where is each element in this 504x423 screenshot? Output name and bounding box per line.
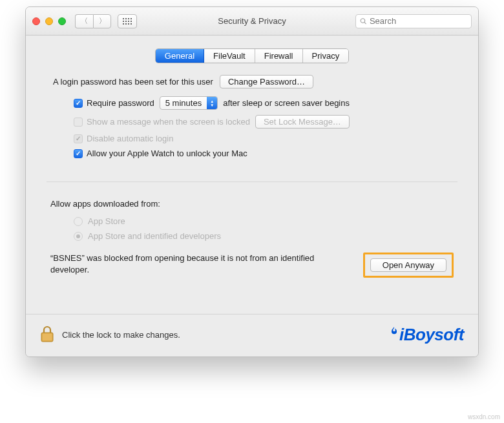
login-password-section: A login password has been set for this u… (44, 75, 460, 181)
divider (47, 181, 457, 182)
tab-firewall[interactable]: Firewall (255, 49, 303, 63)
search-field[interactable] (355, 14, 472, 28)
radio-identified-developers-label: App Store and identified developers (88, 231, 221, 241)
chevron-left-icon: 〈 (81, 16, 88, 26)
traffic-lights (32, 17, 66, 25)
tab-bar: General FileVault Firewall Privacy (44, 48, 460, 63)
gatekeeper-heading: Allow apps downloaded from: (50, 199, 454, 209)
set-lock-message-button: Set Lock Message… (255, 115, 350, 129)
tab-privacy[interactable]: Privacy (303, 49, 349, 63)
lock-message: Click the lock to make changes. (62, 330, 180, 340)
lock-icon (40, 325, 54, 343)
content: General FileVault Firewall Privacy A log… (26, 36, 478, 314)
lock-button[interactable] (40, 325, 54, 345)
footer: Click the lock to make changes. iBoysoft (26, 314, 478, 356)
search-input[interactable] (370, 16, 467, 26)
nav-buttons: 〈 〉 (75, 14, 111, 28)
require-password-label: Require password (87, 98, 154, 108)
require-password-checkbox[interactable]: ✓ (74, 99, 83, 108)
svg-rect-0 (43, 334, 52, 341)
forward-button[interactable]: 〉 (93, 14, 111, 28)
open-anyway-highlight: Open Anyway (363, 253, 454, 278)
grid-icon (123, 18, 132, 25)
radio-app-store (74, 217, 83, 226)
tab-filevault[interactable]: FileVault (204, 49, 255, 63)
login-password-label: A login password has been set for this u… (53, 77, 213, 87)
show-message-checkbox (74, 118, 83, 127)
change-password-button[interactable]: Change Password… (220, 75, 313, 88)
open-anyway-button[interactable]: Open Anyway (370, 258, 446, 272)
minimize-icon[interactable] (45, 17, 53, 25)
show-all-button[interactable] (118, 14, 137, 28)
titlebar: 〈 〉 Security & Privacy (26, 7, 478, 36)
tab-general[interactable]: General (156, 49, 204, 63)
radio-identified-developers (74, 232, 83, 241)
gatekeeper-section: Allow apps downloaded from: App Store Ap… (44, 199, 460, 283)
chevron-right-icon: 〉 (99, 16, 106, 26)
apple-watch-checkbox[interactable]: ✓ (74, 149, 83, 158)
require-password-delay-value: 5 minutes (160, 98, 207, 108)
disable-auto-login-label: Disable automatic login (87, 134, 173, 143)
show-message-label: Show a message when the screen is locked (87, 117, 250, 127)
preferences-window: 〈 〉 Security & Privacy General FileVault (25, 6, 479, 357)
disable-auto-login-checkbox: ✓ (74, 134, 83, 143)
blocked-app-message: “BSNES” was blocked from opening because… (50, 253, 355, 275)
radio-app-store-label: App Store (88, 216, 125, 226)
close-icon[interactable] (32, 17, 40, 25)
zoom-icon[interactable] (58, 17, 66, 25)
back-button[interactable]: 〈 (75, 14, 93, 28)
require-password-suffix: after sleep or screen saver begins (223, 98, 350, 108)
select-arrows-icon: ▲▼ (207, 97, 217, 109)
require-password-delay-select[interactable]: 5 minutes ▲▼ (160, 96, 218, 110)
search-icon (360, 17, 367, 25)
apple-watch-label: Allow your Apple Watch to unlock your Ma… (87, 149, 247, 158)
flame-icon (390, 326, 399, 335)
brand-logo: iBoysoft (390, 325, 464, 345)
watermark: wsxdn.com (468, 413, 500, 420)
